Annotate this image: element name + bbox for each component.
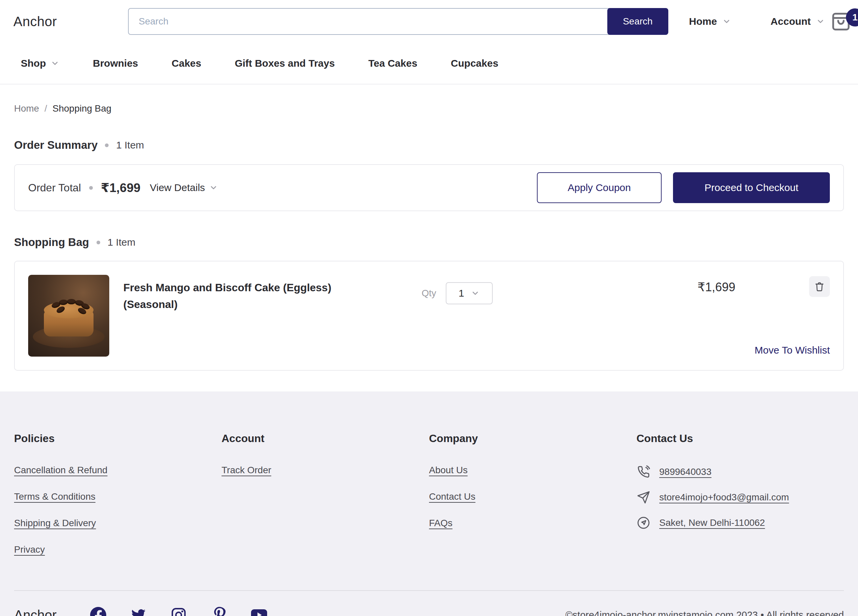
link-about-us[interactable]: About Us [429,465,468,476]
search-button[interactable]: Search [607,8,668,35]
chevron-down-icon [51,59,59,68]
nav-item-gift-boxes[interactable]: Gift Boxes and Trays [235,58,334,69]
nav-item-shop[interactable]: Shop [21,58,59,69]
facebook-link[interactable] [90,607,106,616]
dot-separator [96,241,100,244]
footer-heading-contact-us: Contact Us [636,432,844,445]
nav-item-tea-cakes[interactable]: Tea Cakes [368,58,417,69]
footer-col-account: Account Track Order [222,432,429,571]
site-footer: Policies Cancellation & Refund Terms & C… [0,392,858,616]
apply-coupon-button[interactable]: Apply Coupon [537,172,662,203]
home-link-label: Home [689,16,717,27]
view-details-toggle[interactable]: View Details [150,182,218,193]
breadcrumb-current: Shopping Bag [52,103,111,114]
footer-heading-policies: Policies [14,432,222,445]
footer-brand: Anchor [14,608,57,616]
summary-actions: Apply Coupon Proceed to Checkout [537,172,830,203]
move-to-wishlist-link[interactable]: Move To Wishlist [754,345,830,356]
shopping-bag-heading: Shopping Bag 1 Item [14,236,844,249]
link-shipping-delivery[interactable]: Shipping & Delivery [14,518,96,529]
product-image[interactable] [28,275,109,356]
order-total-group: Order Total ₹1,699 View Details [28,180,218,195]
youtube-icon [251,609,267,616]
chevron-down-icon [722,17,731,26]
order-total-value: ₹1,699 [101,180,140,195]
contact-email-row: store4imojo+food3@gmail.com [636,490,844,504]
product-title[interactable]: Fresh Mango and Biscoff Cake (Eggless) (… [123,280,338,356]
nav-item-cupcakes[interactable]: Cupcakes [451,58,498,69]
order-summary-item-count: 1 Item [116,139,144,151]
cart-item-row: Fresh Mango and Biscoff Cake (Eggless) (… [14,261,844,371]
nav-item-cakes[interactable]: Cakes [172,58,201,69]
footer-columns: Policies Cancellation & Refund Terms & C… [14,392,844,571]
quantity-select[interactable]: 1 [446,282,493,304]
twitter-link[interactable] [131,607,146,616]
contact-address-row: Saket, New Delhi-110062 [636,516,844,530]
header-link-account[interactable]: Account [771,16,825,27]
site-header: Anchor Search Home Account 1 Shop Bro [0,0,858,84]
link-track-order[interactable]: Track Order [222,465,271,476]
contact-address-link[interactable]: Saket, New Delhi-110062 [659,518,765,528]
quantity-value: 1 [459,288,464,299]
pinterest-icon [212,607,225,616]
trash-icon [814,280,825,292]
footer-col-contact: Contact Us 9899640033 store4imojo+food3@… [636,432,844,571]
footer-heading-company: Company [429,432,636,445]
pinterest-link[interactable] [211,607,227,616]
account-link-label: Account [771,16,811,27]
social-links [90,607,267,616]
item-price: ₹1,699 [698,280,735,294]
link-terms-conditions[interactable]: Terms & Conditions [14,492,95,502]
chevron-down-icon [209,184,218,192]
main-content: Home / Shopping Bag Order Summary 1 Item… [0,84,858,371]
contact-phone-link[interactable]: 9899640033 [659,467,712,477]
footer-col-policies: Policies Cancellation & Refund Terms & C… [14,432,222,571]
contact-phone-row: 9899640033 [636,465,844,479]
order-total-label: Order Total [28,182,81,194]
footer-bottom-row: Anchor [14,591,844,616]
search-bar: Search [128,8,668,35]
order-summary-card: Order Total ₹1,699 View Details Apply Co… [14,164,844,211]
shopping-bag-title: Shopping Bag [14,236,89,249]
choc-art [67,299,76,304]
footer-heading-account: Account [222,432,429,445]
breadcrumb-separator: / [45,103,47,114]
twitter-icon [131,608,146,616]
breadcrumb: Home / Shopping Bag [14,103,844,114]
nav-label: Shop [21,58,46,69]
quantity-label: Qty [422,288,436,299]
copyright-text: ©store4imojo-anchor.myinstamojo.com 2023… [566,610,844,616]
header-link-home[interactable]: Home [689,16,731,27]
header-top-row: Anchor Search Home Account 1 [0,0,858,43]
cart-button[interactable]: 1 [830,10,852,33]
view-details-label: View Details [150,182,205,193]
location-icon [636,516,651,530]
order-summary-heading: Order Summary 1 Item [14,139,844,151]
breadcrumb-home[interactable]: Home [14,103,39,114]
send-icon [636,490,651,504]
proceed-to-checkout-button[interactable]: Proceed to Checkout [673,172,830,203]
youtube-link[interactable] [251,607,267,616]
footer-col-company: Company About Us Contact Us FAQs [429,432,636,571]
instagram-icon [171,607,187,616]
dot-separator [105,143,109,147]
site-logo[interactable]: Anchor [13,14,57,29]
contact-email-link[interactable]: store4imojo+food3@gmail.com [659,492,789,503]
search-input[interactable] [128,8,668,35]
quantity-group: Qty 1 [422,282,493,304]
order-summary-title: Order Summary [14,139,98,151]
facebook-icon [90,607,106,616]
category-nav: Shop Brownies Cakes Gift Boxes and Trays… [0,43,858,84]
link-contact-us[interactable]: Contact Us [429,492,476,502]
phone-icon [636,465,651,479]
instagram-link[interactable] [171,607,187,616]
link-cancellation-refund[interactable]: Cancellation & Refund [14,465,107,476]
chevron-down-icon [816,17,825,26]
chevron-down-icon [471,289,480,298]
nav-item-brownies[interactable]: Brownies [93,58,138,69]
link-privacy[interactable]: Privacy [14,544,45,555]
shopping-bag-item-count: 1 Item [107,236,135,248]
link-faqs[interactable]: FAQs [429,518,452,529]
delete-item-button[interactable] [809,276,830,297]
dot-separator [89,186,93,190]
